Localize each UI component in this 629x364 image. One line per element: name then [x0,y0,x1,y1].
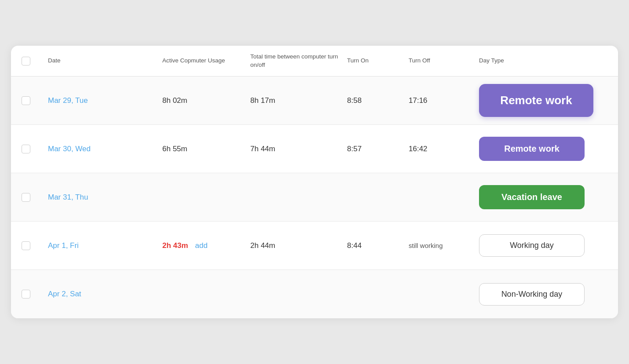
header-turn-on: Turn On [347,57,409,65]
turn-off-value: 16:42 [409,145,479,153]
table-row: Apr 2, Sat Non-Working day [11,270,618,318]
day-type-col: Non-Working day [479,283,602,306]
total-time-value: 8h 17m [250,96,347,105]
row-checkbox-col [22,96,48,105]
row-checkbox[interactable] [22,241,30,250]
header-checkbox-col [22,57,48,66]
day-type-badge-non-working[interactable]: Non-Working day [479,283,585,306]
table-row: Mar 29, Tue 8h 02m 8h 17m 8:58 17:16 Rem… [11,76,618,125]
table-row: Mar 31, Thu Vacation leave [11,173,618,222]
row-checkbox-col [22,241,48,250]
day-type-badge-vacation[interactable]: Vacation leave [479,185,585,209]
select-all-checkbox[interactable] [22,57,30,66]
table-row: Apr 1, Fri 2h 43m add 2h 44m 8:44 still … [11,222,618,270]
day-type-col: Remote work [479,84,602,117]
day-type-badge-working[interactable]: Working day [479,234,585,257]
date-label[interactable]: Apr 2, Sat [48,290,162,298]
header-total-time: Total time between computer turn on/off [250,53,347,69]
header-turn-off: Turn Off [409,57,479,65]
row-checkbox-col [22,193,48,202]
turn-on-value: 8:57 [347,145,409,153]
day-type-col: Vacation leave [479,185,602,209]
total-time-value: 7h 44m [250,145,347,153]
day-type-col: Working day [479,234,602,257]
header-day-type: Day Type [479,57,602,65]
date-label[interactable]: Mar 30, Wed [48,145,162,153]
turn-on-value: 8:58 [347,96,409,105]
row-checkbox[interactable] [22,193,30,202]
active-usage-value: 6h 55m [162,145,250,153]
total-time-value: 2h 44m [250,241,347,250]
active-usage-col: 2h 43m add [162,241,250,250]
header-date: Date [48,57,162,65]
row-checkbox-col [22,290,48,298]
day-type-badge-remote-large[interactable]: Remote work [479,84,593,117]
date-label[interactable]: Apr 1, Fri [48,241,162,250]
active-usage-value-red: 2h 43m [162,241,188,250]
add-time-link[interactable]: add [195,241,208,250]
day-type-col: Remote work [479,137,602,161]
date-label[interactable]: Mar 29, Tue [48,96,162,105]
active-usage-value: 8h 02m [162,96,250,105]
day-type-badge-remote[interactable]: Remote work [479,137,585,161]
date-label[interactable]: Mar 31, Thu [48,193,162,202]
row-checkbox-col [22,145,48,153]
row-checkbox[interactable] [22,96,30,105]
table-header: Date Active Copmuter Usage Total time be… [11,46,618,77]
row-checkbox[interactable] [22,145,30,153]
main-card: Date Active Copmuter Usage Total time be… [11,46,618,319]
turn-off-value: 17:16 [409,96,479,105]
turn-on-value: 8:44 [347,241,409,250]
still-working-label: still working [409,242,479,249]
table-row: Mar 30, Wed 6h 55m 7h 44m 8:57 16:42 Rem… [11,125,618,173]
header-active-usage: Active Copmuter Usage [162,57,250,65]
row-checkbox[interactable] [22,290,30,298]
